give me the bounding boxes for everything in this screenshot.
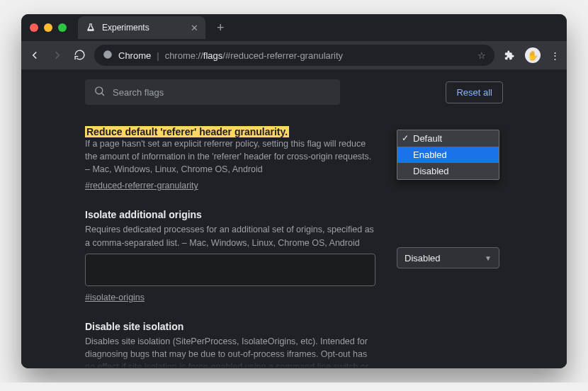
reset-all-button[interactable]: Reset all [446, 81, 503, 103]
site-info-icon[interactable] [103, 50, 113, 62]
dropdown-option-disabled[interactable]: Disabled [397, 163, 499, 179]
flag-item: Disable site isolation Disables site iso… [85, 321, 503, 368]
extensions-icon[interactable] [503, 47, 515, 63]
flags-list: Reduce default 'referer' header granular… [21, 115, 567, 368]
address-bar[interactable]: Chrome | chrome://flags/#reduced-referre… [94, 45, 494, 66]
maximize-window-button[interactable] [58, 23, 67, 32]
menu-icon[interactable]: ⋮ [550, 47, 560, 63]
flag-description: If a page hasn't set an explicit referre… [85, 137, 375, 176]
forward-button[interactable] [51, 49, 64, 62]
dropdown-option-enabled[interactable]: Enabled [397, 147, 499, 163]
flag-title: Reduce default 'referer' header granular… [85, 126, 289, 137]
flag-description: Requires dedicated processes for an addi… [85, 223, 375, 249]
search-flags-box[interactable] [85, 79, 340, 105]
search-input[interactable] [113, 87, 332, 98]
toolbar: Chrome | chrome://flags/#reduced-referre… [21, 41, 567, 69]
flag-hash-link[interactable]: #reduced-referrer-granularity [85, 181, 198, 191]
flask-icon [85, 22, 96, 33]
browser-window: Experiments ✕ + Chrome | chrome://flags/… [21, 14, 567, 368]
traffic-lights [30, 23, 67, 32]
search-icon [94, 85, 106, 99]
chevron-down-icon: ▼ [485, 254, 492, 262]
url-chrome-label: Chrome [118, 50, 151, 61]
minimize-window-button[interactable] [44, 23, 52, 32]
bookmark-star-icon[interactable]: ☆ [477, 50, 486, 61]
flag-item: Isolate additional origins Requires dedi… [85, 209, 503, 302]
flag-select-open[interactable]: Default Enabled Disabled [397, 130, 499, 180]
flag-hash-link[interactable]: #isolate-origins [85, 293, 145, 302]
dropdown-option-default[interactable]: Default [397, 130, 499, 147]
titlebar: Experiments ✕ + [21, 14, 567, 41]
svg-point-0 [103, 50, 112, 59]
page-content: Reset all Reduce default 'referer' heade… [21, 69, 567, 368]
isolate-origins-textarea[interactable] [85, 254, 375, 286]
close-tab-icon[interactable]: ✕ [191, 23, 198, 33]
flag-title: Disable site isolation [85, 321, 375, 332]
flag-item: Reduce default 'referer' header granular… [85, 126, 503, 191]
reload-button[interactable] [74, 49, 86, 62]
new-tab-button[interactable]: + [211, 21, 230, 35]
flag-title: Isolate additional origins [85, 209, 375, 220]
tab-title: Experiments [102, 23, 185, 33]
extension-badge-icon[interactable]: ✋ [525, 47, 541, 63]
flag-select-value: Disabled [405, 253, 441, 264]
browser-tab[interactable]: Experiments ✕ [78, 16, 205, 39]
flag-description: Disables site isolation (SitePerProcess,… [85, 335, 375, 368]
url-path: chrome://flags/#reduced-referrer-granula… [165, 50, 343, 61]
url-separator: | [157, 50, 159, 61]
close-window-button[interactable] [30, 23, 38, 32]
flag-select[interactable]: Disabled ▼ [397, 247, 499, 268]
back-button[interactable] [28, 49, 41, 62]
svg-point-1 [96, 87, 103, 94]
